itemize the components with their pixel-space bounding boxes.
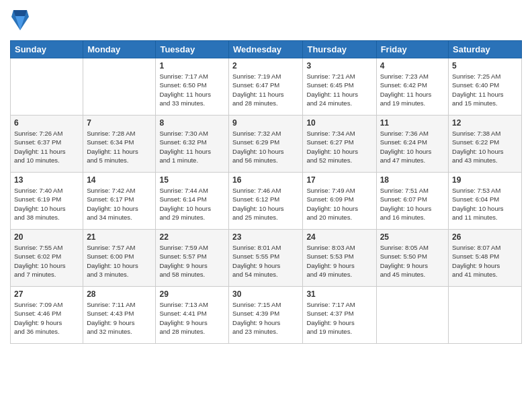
day-info: Sunrise: 7:34 AM Sunset: 6:27 PM Dayligh… xyxy=(306,129,372,165)
day-number: 29 xyxy=(159,289,225,299)
day-info: Sunrise: 7:44 AM Sunset: 6:14 PM Dayligh… xyxy=(159,186,225,222)
page: SundayMondayTuesdayWednesdayThursdayFrid… xyxy=(0,0,532,411)
weekday-header: Tuesday xyxy=(156,41,229,58)
day-number: 18 xyxy=(380,175,445,185)
calendar-day-cell xyxy=(449,287,522,344)
day-number: 14 xyxy=(87,175,152,185)
weekday-header: Saturday xyxy=(449,41,522,58)
calendar-day-cell: 28Sunrise: 7:11 AM Sunset: 4:43 PM Dayli… xyxy=(83,287,156,344)
calendar-day-cell: 1Sunrise: 7:17 AM Sunset: 6:50 PM Daylig… xyxy=(156,58,229,116)
day-number: 16 xyxy=(232,175,299,185)
day-info: Sunrise: 7:19 AM Sunset: 6:47 PM Dayligh… xyxy=(232,72,299,107)
calendar-day-cell: 4Sunrise: 7:23 AM Sunset: 6:42 PM Daylig… xyxy=(376,58,448,116)
calendar-day-cell: 21Sunrise: 7:57 AM Sunset: 6:00 PM Dayli… xyxy=(83,230,156,287)
calendar-day-cell xyxy=(376,287,448,344)
day-number: 13 xyxy=(14,175,79,185)
day-info: Sunrise: 7:51 AM Sunset: 6:07 PM Dayligh… xyxy=(380,186,445,222)
calendar-day-cell: 17Sunrise: 7:49 AM Sunset: 6:09 PM Dayli… xyxy=(303,173,376,230)
day-number: 7 xyxy=(87,118,152,128)
day-number: 17 xyxy=(306,175,372,185)
day-info: Sunrise: 7:23 AM Sunset: 6:42 PM Dayligh… xyxy=(380,72,445,107)
day-info: Sunrise: 8:05 AM Sunset: 5:50 PM Dayligh… xyxy=(380,243,445,279)
day-info: Sunrise: 7:59 AM Sunset: 5:57 PM Dayligh… xyxy=(159,243,225,279)
calendar-day-cell: 2Sunrise: 7:19 AM Sunset: 6:47 PM Daylig… xyxy=(229,58,303,116)
calendar-day-cell: 19Sunrise: 7:53 AM Sunset: 6:04 PM Dayli… xyxy=(449,173,522,230)
day-info: Sunrise: 7:28 AM Sunset: 6:34 PM Dayligh… xyxy=(87,129,152,165)
day-info: Sunrise: 7:17 AM Sunset: 6:50 PM Dayligh… xyxy=(159,72,225,107)
day-number: 19 xyxy=(452,175,518,185)
day-number: 10 xyxy=(306,118,372,128)
day-info: Sunrise: 7:26 AM Sunset: 6:37 PM Dayligh… xyxy=(14,129,79,165)
calendar-week-row: 6Sunrise: 7:26 AM Sunset: 6:37 PM Daylig… xyxy=(11,116,522,173)
day-info: Sunrise: 7:15 AM Sunset: 4:39 PM Dayligh… xyxy=(232,300,299,336)
calendar-day-cell: 14Sunrise: 7:42 AM Sunset: 6:17 PM Dayli… xyxy=(83,173,156,230)
day-number: 24 xyxy=(306,232,372,242)
calendar-week-row: 27Sunrise: 7:09 AM Sunset: 4:46 PM Dayli… xyxy=(11,287,522,344)
calendar-day-cell xyxy=(83,58,156,116)
day-number: 4 xyxy=(380,61,445,71)
day-number: 15 xyxy=(159,175,225,185)
day-info: Sunrise: 7:09 AM Sunset: 4:46 PM Dayligh… xyxy=(14,300,79,336)
day-info: Sunrise: 7:11 AM Sunset: 4:43 PM Dayligh… xyxy=(87,300,152,336)
calendar-day-cell: 3Sunrise: 7:21 AM Sunset: 6:45 PM Daylig… xyxy=(303,58,376,116)
weekday-header: Thursday xyxy=(303,41,376,58)
calendar-day-cell: 26Sunrise: 8:07 AM Sunset: 5:48 PM Dayli… xyxy=(449,230,522,287)
day-info: Sunrise: 7:38 AM Sunset: 6:22 PM Dayligh… xyxy=(452,129,518,165)
day-info: Sunrise: 7:46 AM Sunset: 6:12 PM Dayligh… xyxy=(232,186,299,222)
day-info: Sunrise: 7:25 AM Sunset: 6:40 PM Dayligh… xyxy=(452,72,518,107)
day-info: Sunrise: 7:49 AM Sunset: 6:09 PM Dayligh… xyxy=(306,186,372,222)
calendar-week-row: 20Sunrise: 7:55 AM Sunset: 6:02 PM Dayli… xyxy=(11,230,522,287)
calendar-table: SundayMondayTuesdayWednesdayThursdayFrid… xyxy=(10,40,522,344)
day-number: 25 xyxy=(380,232,445,242)
day-info: Sunrise: 7:36 AM Sunset: 6:24 PM Dayligh… xyxy=(380,129,445,165)
calendar-day-cell: 8Sunrise: 7:30 AM Sunset: 6:32 PM Daylig… xyxy=(156,116,229,173)
day-info: Sunrise: 7:55 AM Sunset: 6:02 PM Dayligh… xyxy=(14,243,79,279)
svg-marker-1 xyxy=(13,10,27,16)
weekday-header: Sunday xyxy=(11,41,83,58)
calendar-day-cell: 12Sunrise: 7:38 AM Sunset: 6:22 PM Dayli… xyxy=(449,116,522,173)
day-number: 9 xyxy=(232,118,299,128)
calendar-day-cell: 13Sunrise: 7:40 AM Sunset: 6:19 PM Dayli… xyxy=(11,173,83,230)
day-number: 12 xyxy=(452,118,518,128)
day-number: 22 xyxy=(159,232,225,242)
day-number: 3 xyxy=(306,61,372,71)
day-info: Sunrise: 7:17 AM Sunset: 4:37 PM Dayligh… xyxy=(306,300,372,336)
weekday-header: Wednesday xyxy=(229,41,303,58)
day-number: 28 xyxy=(87,289,152,299)
calendar-day-cell: 18Sunrise: 7:51 AM Sunset: 6:07 PM Dayli… xyxy=(376,173,448,230)
day-number: 21 xyxy=(87,232,152,242)
calendar-day-cell: 5Sunrise: 7:25 AM Sunset: 6:40 PM Daylig… xyxy=(449,58,522,116)
weekday-header: Friday xyxy=(376,41,448,58)
day-number: 1 xyxy=(159,61,225,71)
calendar-day-cell: 9Sunrise: 7:32 AM Sunset: 6:29 PM Daylig… xyxy=(229,116,303,173)
day-info: Sunrise: 7:40 AM Sunset: 6:19 PM Dayligh… xyxy=(14,186,79,222)
logo-icon xyxy=(10,7,30,32)
calendar-day-cell xyxy=(11,58,83,116)
weekday-header: Monday xyxy=(83,41,156,58)
day-info: Sunrise: 7:42 AM Sunset: 6:17 PM Dayligh… xyxy=(87,186,152,222)
calendar-week-row: 1Sunrise: 7:17 AM Sunset: 6:50 PM Daylig… xyxy=(11,58,522,116)
day-info: Sunrise: 7:57 AM Sunset: 6:00 PM Dayligh… xyxy=(87,243,152,279)
day-info: Sunrise: 7:30 AM Sunset: 6:32 PM Dayligh… xyxy=(159,129,225,165)
calendar-day-cell: 30Sunrise: 7:15 AM Sunset: 4:39 PM Dayli… xyxy=(229,287,303,344)
calendar-day-cell: 29Sunrise: 7:13 AM Sunset: 4:41 PM Dayli… xyxy=(156,287,229,344)
day-number: 30 xyxy=(232,289,299,299)
calendar-day-cell: 24Sunrise: 8:03 AM Sunset: 5:53 PM Dayli… xyxy=(303,230,376,287)
day-info: Sunrise: 7:53 AM Sunset: 6:04 PM Dayligh… xyxy=(452,186,518,222)
calendar-day-cell: 23Sunrise: 8:01 AM Sunset: 5:55 PM Dayli… xyxy=(229,230,303,287)
day-number: 31 xyxy=(306,289,372,299)
day-number: 27 xyxy=(14,289,79,299)
calendar-day-cell: 15Sunrise: 7:44 AM Sunset: 6:14 PM Dayli… xyxy=(156,173,229,230)
day-number: 2 xyxy=(232,61,299,71)
day-number: 11 xyxy=(380,118,445,128)
calendar-day-cell: 11Sunrise: 7:36 AM Sunset: 6:24 PM Dayli… xyxy=(376,116,448,173)
calendar-day-cell: 22Sunrise: 7:59 AM Sunset: 5:57 PM Dayli… xyxy=(156,230,229,287)
day-number: 26 xyxy=(452,232,518,242)
calendar-day-cell: 20Sunrise: 7:55 AM Sunset: 6:02 PM Dayli… xyxy=(11,230,83,287)
calendar-day-cell: 10Sunrise: 7:34 AM Sunset: 6:27 PM Dayli… xyxy=(303,116,376,173)
calendar-week-row: 13Sunrise: 7:40 AM Sunset: 6:19 PM Dayli… xyxy=(11,173,522,230)
logo xyxy=(10,7,33,35)
day-info: Sunrise: 7:32 AM Sunset: 6:29 PM Dayligh… xyxy=(232,129,299,165)
calendar-day-cell: 31Sunrise: 7:17 AM Sunset: 4:37 PM Dayli… xyxy=(303,287,376,344)
day-info: Sunrise: 8:01 AM Sunset: 5:55 PM Dayligh… xyxy=(232,243,299,279)
